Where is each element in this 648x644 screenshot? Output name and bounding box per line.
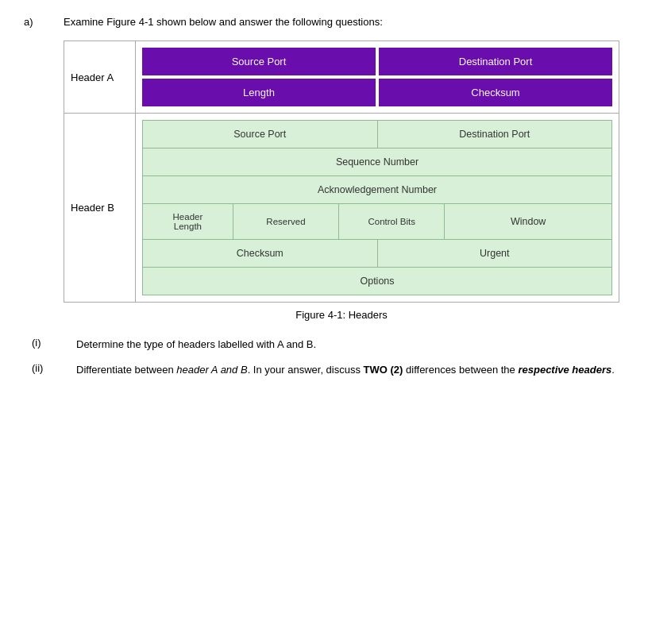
header-b-options: Options <box>143 268 611 295</box>
header-b-dest-port: Destination Port <box>378 121 612 148</box>
header-b-seq-row: Sequence Number <box>143 148 611 176</box>
header-b-content: Source Port Destination Port Sequence Nu… <box>136 114 619 302</box>
header-b-control-row: Header Length Reserved Control Bits Wind… <box>143 204 611 240</box>
diagram-container: Header A Source Port Destination Port Le… <box>64 40 619 303</box>
sub-q-i: (i) Determine the type of headers labell… <box>32 337 624 353</box>
header-b-source-port: Source Port <box>143 121 378 148</box>
header-b-control-bits: Control Bits <box>339 204 445 239</box>
question-text: Examine Figure 4-1 shown below and answe… <box>64 16 624 28</box>
header-b-checksum-row: Checksum Urgent <box>143 240 611 268</box>
header-a-label: Header A <box>64 41 136 113</box>
question-letter: a) <box>24 16 48 28</box>
header-a-length: Length <box>142 79 376 106</box>
header-b-grid: Source Port Destination Port Sequence Nu… <box>142 120 612 295</box>
header-a-source-port: Source Port <box>142 48 376 75</box>
header-b-urgent: Urgent <box>378 240 612 267</box>
header-b-window: Window <box>445 204 611 239</box>
header-a-checksum: Checksum <box>379 79 612 106</box>
sub-q-ii: (ii) Differentiate between header A and … <box>32 362 624 378</box>
header-b-sequence: Sequence Number <box>143 148 611 175</box>
header-a-grid: Source Port Destination Port Length Chec… <box>142 48 612 106</box>
header-a-dest-port: Destination Port <box>379 48 612 75</box>
header-a-row2: Length Checksum <box>142 79 612 106</box>
sub-q-ii-text: Differentiate between header A and B. In… <box>76 362 624 378</box>
header-b-options-row: Options <box>143 268 611 295</box>
header-b-ports-row: Source Port Destination Port <box>143 121 611 148</box>
sub-questions: (i) Determine the type of headers labell… <box>24 337 624 377</box>
header-a-row1: Source Port Destination Port <box>142 48 612 75</box>
sub-q-ii-num: (ii) <box>32 362 64 378</box>
question-header: a) Examine Figure 4-1 shown below and an… <box>24 16 624 28</box>
header-a-row: Header A Source Port Destination Port Le… <box>64 41 619 114</box>
header-a-content: Source Port Destination Port Length Chec… <box>136 41 619 113</box>
sub-q-i-text: Determine the type of headers labelled w… <box>76 337 624 353</box>
header-b-checksum: Checksum <box>143 240 378 267</box>
header-b-ack: Acknowledgement Number <box>143 176 611 203</box>
header-b-row: Header B Source Port Destination Port Se… <box>64 114 619 302</box>
sub-q-i-num: (i) <box>32 337 64 353</box>
header-b-ack-row: Acknowledgement Number <box>143 176 611 204</box>
header-b-reserved: Reserved <box>233 204 339 239</box>
header-b-header-length: Header Length <box>143 204 233 239</box>
figure-caption: Figure 4-1: Headers <box>64 309 619 321</box>
header-b-label: Header B <box>64 114 136 302</box>
